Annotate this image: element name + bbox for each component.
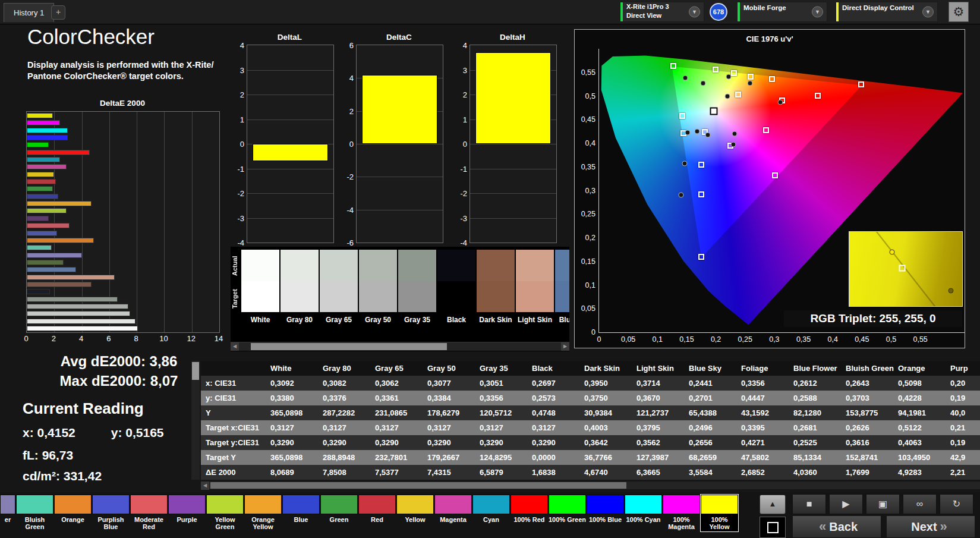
pattern-tile-er[interactable]: er — [0, 495, 15, 531]
swatch-scroll-thumb[interactable] — [251, 343, 447, 350]
deltae-bar-row — [27, 319, 219, 324]
page-subtitle-line2: Pantone ColorChecker® target colors. — [27, 71, 223, 82]
table-cell: 8,0689 — [267, 465, 320, 480]
table-cell: 0,3051 — [477, 376, 529, 391]
table-cell: 0,3376 — [320, 391, 372, 405]
table-cell: 6,3665 — [634, 465, 686, 480]
scroll-left-icon[interactable]: ◀ — [231, 342, 239, 351]
table-cell: 0,3127 — [320, 420, 372, 435]
pattern-tile-yellow-green[interactable]: Yellow Green — [206, 495, 244, 531]
table-cell: 6,5879 — [477, 465, 529, 480]
workflow-dropdown[interactable]: Mobile Forge ▼ — [737, 2, 827, 22]
swatch-target-color — [241, 281, 279, 312]
pattern-tile-blue[interactable]: Blue — [282, 495, 320, 531]
deltae-bar-blue — [27, 194, 58, 199]
deltal-title: DeltaL — [247, 33, 333, 45]
delta-ytick-label: -1 — [237, 164, 244, 173]
continuous-read-button[interactable]: ∞ — [903, 494, 937, 514]
table-cell: 0,3127 — [424, 420, 477, 435]
pattern-label: Blue — [282, 514, 320, 531]
table-vscroll-thumb[interactable] — [192, 362, 199, 380]
cie-ytick-label: 0 — [591, 328, 595, 336]
pattern-color-swatch — [434, 495, 472, 514]
table-cell: 120,5712 — [477, 405, 529, 420]
settings-gear-icon[interactable]: ⚙ — [949, 2, 969, 22]
cie-ytick-label: 0,15 — [581, 257, 595, 266]
pattern-tile-bluish-green[interactable]: Bluish Green — [16, 495, 53, 531]
deltae-xtick-label: 12 — [187, 334, 195, 343]
pattern-color-swatch — [472, 495, 510, 514]
table-col-header: Light Skin — [634, 361, 686, 376]
deltae-bar-row — [27, 113, 219, 118]
page-subtitle-line1: Display analysis is performed with the X… — [27, 59, 223, 71]
table-hscroll-thumb[interactable] — [210, 482, 626, 489]
pattern-tile-orange[interactable]: Orange — [54, 495, 92, 531]
pattern-tile-purple[interactable]: Purple — [168, 495, 206, 531]
play-button[interactable]: ▶ — [829, 494, 863, 514]
chevron-down-icon[interactable]: ▼ — [922, 7, 934, 18]
table-cell: 153,8775 — [843, 405, 895, 420]
swatch-list: WhiteGray 80Gray 65Gray 50Gray 35BlackDa… — [241, 250, 569, 324]
pattern-tile-yellow[interactable]: Yellow — [396, 495, 434, 531]
pattern-window-eject-button[interactable]: ▲ — [760, 495, 786, 514]
pattern-color-swatch — [396, 495, 434, 514]
swatch-label: Blue Sky — [555, 316, 569, 324]
pattern-tile-100-green[interactable]: 100% Green — [549, 495, 586, 531]
pattern-tile-100-blue[interactable]: 100% Blue — [587, 495, 624, 531]
table-cell: 0,3380 — [267, 391, 320, 405]
table-cell: 7,5377 — [372, 465, 424, 480]
table-vertical-scrollbar[interactable] — [191, 361, 200, 480]
table-cell: 231,0865 — [372, 405, 424, 420]
table-horizontal-scrollbar[interactable]: ◀ — [201, 482, 980, 489]
current-reading-heading: Current Reading — [23, 399, 144, 418]
pattern-tile-purplish-blue[interactable]: Purplish Blue — [92, 495, 130, 531]
table-cell: 0,3750 — [581, 391, 634, 405]
deltae-bar-row — [27, 326, 219, 331]
chevron-down-icon[interactable]: ▼ — [812, 7, 823, 18]
table-cell: 0,2525 — [790, 435, 843, 450]
pattern-tile-100-magenta[interactable]: 100% Magenta — [663, 495, 700, 531]
tab-history-1[interactable]: History 1 — [4, 3, 54, 22]
pattern-tile-red[interactable]: Red — [358, 495, 396, 531]
back-button[interactable]: «Back — [792, 515, 881, 538]
table-row: Target x:CIE310,31270,31270,31270,31270,… — [201, 420, 980, 435]
cie-xtick-label: 0,55 — [913, 335, 927, 344]
scroll-right-icon[interactable]: ▶ — [561, 342, 569, 351]
pattern-label: 100% Blue — [587, 514, 624, 531]
pattern-color-swatch — [358, 495, 396, 514]
refresh-button[interactable]: ↻ — [940, 494, 973, 514]
pattern-tile-orange-yellow[interactable]: Orange Yellow — [244, 495, 282, 531]
delta-ytick-label: 0 — [463, 140, 467, 149]
swatch-scrollbar[interactable]: ◀ ▶ — [231, 342, 569, 351]
display-control-dropdown[interactable]: Direct Display Control ▼ — [836, 2, 938, 22]
pattern-tile-cyan[interactable]: Cyan — [472, 495, 510, 531]
swatch-label: Light Skin — [516, 316, 554, 324]
table-row-label: Target y:CIE31 — [201, 435, 267, 450]
table-cell: 288,8948 — [320, 450, 372, 465]
table-col-header: Blue Flower — [790, 361, 843, 376]
add-tab-button[interactable]: + — [51, 5, 65, 20]
pattern-color-swatch — [663, 495, 700, 514]
table-cell: 0,3670 — [634, 391, 686, 405]
cie-ytick-label: 0,1 — [585, 281, 595, 290]
table-cell: 0,3290 — [529, 435, 581, 450]
pattern-tile-moderate-red[interactable]: Moderate Red — [130, 495, 168, 531]
pattern-tile-magenta[interactable]: Magenta — [434, 495, 472, 531]
pattern-tile-100-cyan[interactable]: 100% Cyan — [625, 495, 662, 531]
pattern-tile-100-red[interactable]: 100% Red — [511, 495, 548, 531]
pattern-tile-green[interactable]: Green — [320, 495, 358, 531]
meter-dropdown[interactable]: X-Rite i1Pro 3 Direct View ▼ — [620, 2, 704, 22]
save-button[interactable]: ▣ — [866, 494, 900, 514]
deltac-chart: DeltaC 6420-2-4-6 — [338, 33, 445, 243]
table-scroll-left-icon[interactable]: ◀ — [201, 482, 209, 490]
table-cell: 0,3127 — [477, 420, 529, 435]
meter-accent-bar — [620, 2, 623, 21]
chevron-down-icon[interactable]: ▼ — [689, 7, 700, 18]
deltah-title: DeltaH — [469, 33, 556, 45]
next-button[interactable]: Next» — [886, 515, 975, 538]
swatch-label: Gray 65 — [320, 316, 358, 324]
pattern-window-button[interactable] — [760, 517, 786, 538]
table-cell: 0,3395 — [738, 420, 790, 435]
pattern-tile-100-yellow[interactable]: 100% Yellow — [701, 495, 738, 531]
stop-button[interactable]: ■ — [792, 494, 826, 514]
